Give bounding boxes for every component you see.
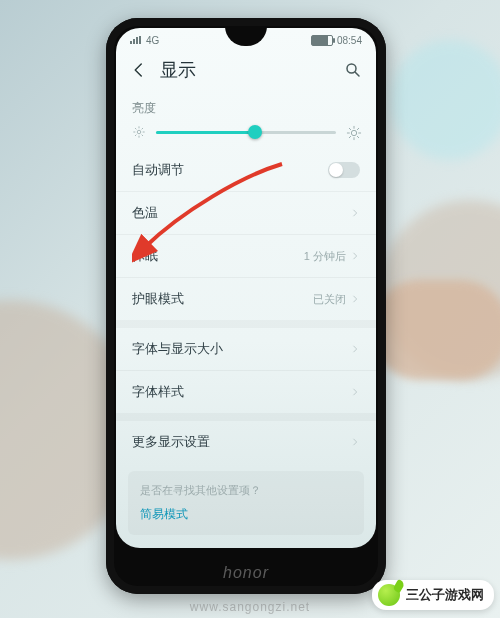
- signal-icon: [130, 36, 142, 44]
- arrow-left-icon: [130, 61, 148, 79]
- network-type: 4G: [146, 35, 159, 46]
- search-icon: [344, 61, 362, 79]
- chevron-right-icon: [350, 251, 360, 261]
- row-sleep[interactable]: 休眠 1 分钟后: [116, 234, 376, 277]
- chevron-right-icon: [350, 387, 360, 397]
- search-other-card: 是否在寻找其他设置项？ 简易模式: [128, 471, 364, 535]
- brightness-low-icon: [132, 125, 146, 139]
- section-divider: [116, 413, 376, 421]
- back-button[interactable]: [130, 61, 148, 79]
- phone-screen: 4G 08:54 显示 亮度: [116, 28, 376, 548]
- row-eye-care[interactable]: 护眼模式 已关闭: [116, 277, 376, 320]
- font-size-label: 字体与显示大小: [132, 340, 223, 358]
- simple-mode-link[interactable]: 简易模式: [140, 506, 352, 523]
- sleep-value: 1 分钟后: [304, 249, 346, 264]
- chevron-right-icon: [350, 437, 360, 447]
- site-logo-badge: 三公子游戏网: [372, 580, 494, 610]
- svg-point-2: [351, 130, 356, 135]
- row-color-temp[interactable]: 色温: [116, 191, 376, 234]
- chevron-right-icon: [350, 294, 360, 304]
- page-title: 显示: [160, 58, 196, 82]
- more-display-label: 更多显示设置: [132, 433, 210, 451]
- eye-care-label: 护眼模式: [132, 290, 184, 308]
- search-button[interactable]: [344, 61, 362, 79]
- phone-frame: honor 4G 08:54 显示: [106, 18, 386, 594]
- sleep-label: 休眠: [132, 247, 158, 265]
- brightness-high-icon: [346, 125, 360, 139]
- svg-point-1: [137, 130, 141, 134]
- page-header: 显示: [116, 52, 376, 90]
- color-temp-label: 色温: [132, 204, 158, 222]
- logo-text: 三公子游戏网: [406, 586, 484, 604]
- brightness-slider[interactable]: [156, 131, 336, 134]
- battery-icon: [311, 35, 333, 46]
- auto-brightness-toggle[interactable]: [328, 162, 360, 178]
- brightness-slider-row: [116, 121, 376, 149]
- hand-finger: [370, 280, 500, 380]
- logo-icon: [378, 584, 400, 606]
- chevron-right-icon: [350, 208, 360, 218]
- row-font-size[interactable]: 字体与显示大小: [116, 328, 376, 370]
- clock: 08:54: [337, 35, 362, 46]
- phone-brand: honor: [106, 564, 386, 582]
- section-divider: [116, 320, 376, 328]
- svg-point-0: [347, 64, 356, 73]
- row-auto-brightness[interactable]: 自动调节: [116, 149, 376, 191]
- chevron-right-icon: [350, 344, 360, 354]
- auto-brightness-label: 自动调节: [132, 161, 184, 179]
- eye-care-value: 已关闭: [313, 292, 346, 307]
- background-blob: [390, 40, 500, 160]
- row-more-display[interactable]: 更多显示设置: [116, 421, 376, 463]
- search-card-question: 是否在寻找其他设置项？: [140, 483, 352, 498]
- brightness-label: 亮度: [116, 90, 376, 121]
- font-style-label: 字体样式: [132, 383, 184, 401]
- row-font-style[interactable]: 字体样式: [116, 370, 376, 413]
